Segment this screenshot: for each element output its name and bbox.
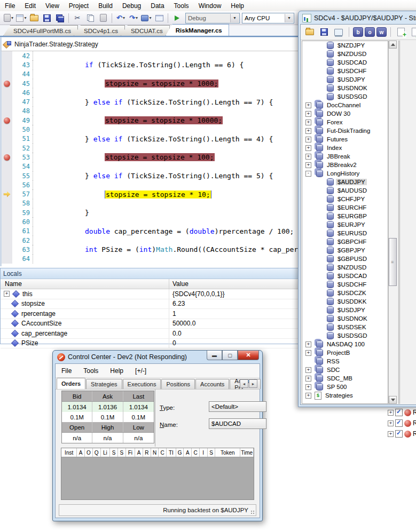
b-button[interactable]: b (353, 27, 363, 37)
breakpoint-gutter[interactable] (2, 153, 12, 162)
redo-button[interactable]: ↷▾ (128, 13, 139, 23)
menu-item-data[interactable]: Data (146, 1, 169, 11)
menu-item-edit[interactable]: Edit (20, 1, 41, 11)
menu-item-tools[interactable]: Tools (169, 1, 194, 11)
expand-icon[interactable]: + (305, 376, 311, 382)
tree-item--chfjpy[interactable]: $CHFJPY (302, 195, 388, 203)
new-item-button[interactable] (395, 27, 407, 37)
tree-item--eurjpy[interactable]: $EURJPY (302, 220, 388, 229)
copy-button[interactable] (84, 13, 96, 23)
tab-riskmanager-cs[interactable]: RiskManager.cs (166, 24, 229, 36)
type-value[interactable]: <Default> (209, 401, 266, 412)
tree-item-dow-30[interactable]: +DOW 30 (302, 109, 388, 118)
breakpoint-gutter[interactable] (2, 134, 12, 144)
breakpoint-icon[interactable] (4, 81, 10, 87)
expand-icon[interactable]: + (305, 384, 311, 390)
breakpoint-gutter[interactable] (2, 125, 12, 134)
scroll-up-button[interactable] (389, 41, 397, 49)
tree-item-sdc-mb[interactable]: +SDC_MB (302, 374, 388, 383)
breakpoint-gutter[interactable] (2, 79, 12, 88)
cc-tab-strategies[interactable]: Strategies (86, 379, 122, 389)
orders-col-s[interactable]: S (208, 448, 216, 457)
tree-item-sdc[interactable]: +SDC (302, 366, 388, 374)
breakpoint-gutter[interactable] (2, 227, 12, 236)
tree-item--gbpchf[interactable]: $GBPCHF (302, 237, 388, 246)
expand-icon[interactable]: + (305, 350, 311, 356)
tree-item--usdjpy[interactable]: $USDJPY (302, 75, 388, 84)
tree-item-projectb[interactable]: +ProjectB (302, 348, 388, 357)
tree-scrollbar[interactable] (388, 41, 397, 404)
orders-col-n[interactable]: N (151, 448, 159, 457)
tree-item-docchannel[interactable]: +DocChannel (302, 101, 388, 109)
cc-tab-orders[interactable]: Orders (57, 378, 85, 389)
open-file-button[interactable] (28, 13, 40, 23)
expand-icon[interactable]: + (388, 410, 394, 416)
orders-col-r[interactable]: R (143, 448, 151, 457)
orders-col-time[interactable]: Time (240, 448, 254, 457)
tree-item--usdnok[interactable]: $USDNOK (302, 84, 388, 92)
save-button[interactable] (318, 27, 330, 37)
orders-table-body[interactable] (61, 457, 254, 499)
tree-item--nzdusd[interactable]: $NZDUSD (302, 50, 388, 58)
tab-sdcv4p1-cs[interactable]: SDCv4p1.cs (74, 25, 125, 36)
expand-icon[interactable]: + (305, 393, 311, 399)
save-button[interactable] (41, 13, 53, 23)
orders-col-li[interactable]: Li (101, 448, 111, 457)
tree-item-sp-500[interactable]: +SP 500 (302, 383, 388, 391)
breakpoint-gutter[interactable] (2, 255, 12, 264)
display-button[interactable] (333, 27, 344, 37)
undo-button[interactable]: ↶▾ (115, 13, 127, 23)
orders-col-s[interactable]: S (118, 448, 126, 457)
breakpoint-gutter[interactable] (2, 144, 12, 153)
orders-col-o[interactable]: O (85, 448, 93, 457)
tree-item--eurusd[interactable]: $EURUSD (302, 229, 388, 237)
expand-icon[interactable]: + (305, 102, 311, 108)
breakpoint-gutter[interactable] (2, 107, 12, 116)
breakpoint-icon[interactable] (4, 117, 10, 124)
orders-col-fi[interactable]: Fi (126, 448, 136, 457)
tree-item--usdcad[interactable]: $USDCAD (302, 58, 388, 67)
breakpoint-gutter[interactable] (2, 116, 12, 125)
breakpoint-gutter[interactable] (2, 217, 12, 226)
expand-icon[interactable]: + (305, 154, 311, 160)
cc-tab-executions[interactable]: Executions (123, 379, 161, 389)
tree-item-nasdaq-100[interactable]: +NASDAQ 100 (302, 340, 388, 348)
locals-name-header[interactable]: Name (1, 279, 169, 289)
cc-menu-tools[interactable]: Tools (77, 367, 104, 375)
breakpoint-gutter[interactable] (2, 208, 12, 217)
breakpoint-gutter[interactable] (2, 162, 12, 171)
tree-item--usdsgd[interactable]: $USDSGD (302, 92, 388, 101)
maximize-button[interactable]: ▢ (222, 351, 238, 360)
breakpoint-gutter[interactable] (2, 180, 12, 189)
tree-item-jbbreak[interactable]: +JBBreak (302, 152, 388, 161)
tree-item--usdchf[interactable]: $USDCHF (302, 67, 388, 75)
enabled-checkbox[interactable] (395, 409, 403, 416)
expand-icon[interactable]: + (305, 120, 311, 125)
orders-col-inst[interactable]: Inst (61, 448, 77, 457)
menu-item-build[interactable]: Build (93, 1, 117, 11)
tree-item-longhistory[interactable]: -LongHistory (302, 169, 388, 178)
menu-item-view[interactable]: View (41, 1, 64, 11)
tree-item--usdchf[interactable]: $USDCHF (302, 280, 388, 289)
tree-item--audjpy[interactable]: $AUDJPY (302, 178, 388, 186)
tree-item--usdsgd[interactable]: $USDSGD (302, 331, 388, 340)
orders-col-i[interactable]: I (200, 448, 208, 457)
tree-item-fut-disktrading[interactable]: +Fut-DiskTrading (302, 126, 388, 135)
orders-col-c[interactable]: C (192, 448, 200, 457)
expand-icon[interactable]: + (305, 367, 311, 373)
strategy-row-2[interactable]: +R (388, 418, 416, 428)
expand-icon[interactable]: + (305, 342, 311, 347)
enabled-checkbox[interactable] (395, 419, 403, 427)
breakpoint-gutter[interactable] (2, 245, 12, 254)
add-item-button[interactable]: ▾ (15, 13, 27, 23)
tab-scroll-right-button[interactable]: ► (249, 379, 257, 388)
expand-icon[interactable]: + (305, 145, 311, 151)
strategy-row-3[interactable]: +R (388, 428, 416, 439)
tree-item-futures[interactable]: +Futures (302, 135, 388, 144)
minimize-button[interactable]: ▬ (207, 351, 222, 360)
breakpoint-gutter[interactable] (2, 97, 12, 106)
strategy-row-1[interactable]: +R (388, 407, 416, 418)
tree-item--eurchf[interactable]: $EURCHF (302, 203, 388, 212)
menu-item-file[interactable]: File (0, 1, 20, 11)
navigate-button[interactable]: ▾ (140, 13, 152, 23)
